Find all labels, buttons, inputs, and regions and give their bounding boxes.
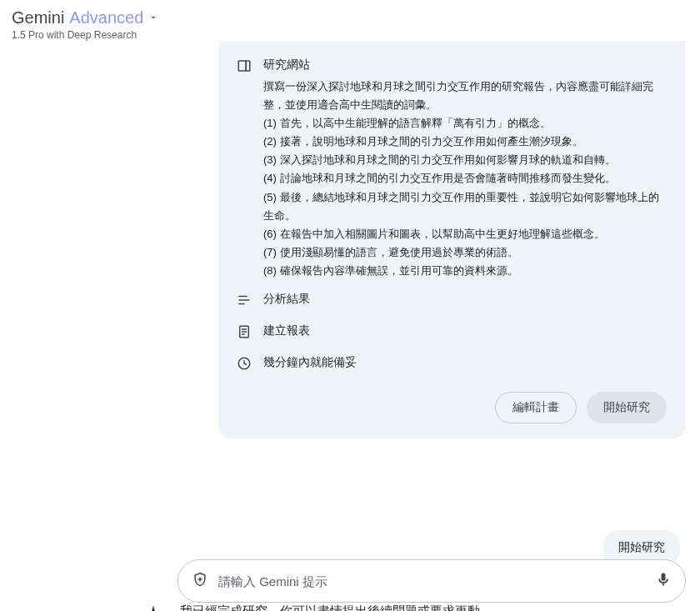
plan-step-research: 研究網站 撰寫一份深入探討地球和月球之間引力交互作用的研究報告，內容應盡可能詳細… [237,58,667,280]
plan-item: (3) 深入探討地球和月球之間的引力交互作用如何影響月球的軌道和自轉。 [263,151,667,169]
svg-rect-0 [238,61,246,71]
plan-step-title: 建立報表 [263,323,667,338]
plan-intro: 撰寫一份深入探討地球和月球之間引力交互作用的研究報告，內容應盡可能詳細完整，並使… [263,78,667,114]
brand-advanced: Advanced [69,8,143,28]
app-header: Gemini Advanced 1.5 Pro with Deep Resear… [0,0,700,41]
plan-step-report: 建立報表 [237,323,667,343]
assistant-message-row: 我已經完成研究。你可以盡情提出後續問題或要求更動。 [175,603,680,611]
edit-plan-button[interactable]: 編輯計畫 [495,392,577,423]
prompt-input[interactable] [218,574,645,588]
analyze-icon [237,293,252,308]
assistant-message-text: 我已經完成研究。你可以盡情提出後續問題或要求更動。 [180,603,492,611]
microphone-icon[interactable] [655,571,672,591]
plan-step-title: 幾分鐘內就能備妥 [263,355,667,370]
sparkle-icon [142,603,165,611]
model-selector[interactable]: Gemini Advanced [12,8,688,28]
plan-step-body: 撰寫一份深入探討地球和月球之間引力交互作用的研究報告，內容應盡可能詳細完整，並使… [263,78,667,280]
browse-icon [237,58,252,73]
shield-plus-icon [192,571,208,591]
document-icon [237,324,252,339]
chevron-down-icon [148,11,158,26]
plan-item: (2) 接著，說明地球和月球之間的引力交互作用如何產生潮汐現象。 [263,133,667,151]
model-subtitle: 1.5 Pro with Deep Research [12,29,688,41]
brand-main: Gemini [12,8,64,28]
clock-icon [237,356,252,371]
plan-step-eta: 幾分鐘內就能備妥 [237,355,667,375]
plan-item: (5) 最後，總結地球和月球之間引力交互作用的重要性，並說明它如何影響地球上的生… [263,188,667,225]
plan-step-analyze: 分析結果 [237,292,667,312]
start-research-button[interactable]: 開始研究 [587,392,667,423]
svg-rect-1 [246,61,250,71]
conversation-area: 研究網站 撰寫一份深入探討地球和月球之間引力交互作用的研究報告，內容應盡可能詳細… [0,41,700,611]
plan-step-title: 研究網站 [263,58,667,73]
plan-actions: 編輯計畫 開始研究 [237,392,667,423]
prompt-input-bar[interactable] [178,559,686,603]
plan-item: (4) 討論地球和月球之間的引力交互作用是否會隨著時間推移而發生變化。 [263,169,667,188]
plan-item: (1) 首先，以高中生能理解的語言解釋「萬有引力」的概念。 [263,114,667,133]
research-plan-card: 研究網站 撰寫一份深入探討地球和月球之間引力交互作用的研究報告，內容應盡可能詳細… [218,41,685,438]
plan-item: (6) 在報告中加入相關圖片和圖表，以幫助高中生更好地理解這些概念。 [263,225,667,243]
plan-item: (8) 確保報告內容準確無誤，並引用可靠的資料來源。 [263,262,667,280]
plan-step-title: 分析結果 [263,292,667,307]
plan-item: (7) 使用淺顯易懂的語言，避免使用過於專業的術語。 [263,243,667,262]
